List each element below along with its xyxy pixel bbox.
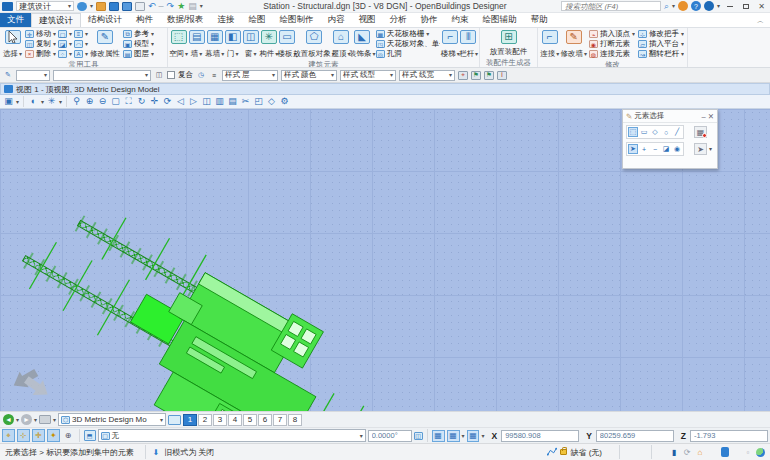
select-circle-icon[interactable]: ○ xyxy=(661,127,671,137)
text-icon[interactable]: A xyxy=(74,50,83,58)
window-cascade-icon[interactable]: ▤ xyxy=(227,96,238,107)
print-icon[interactable]: ▤ xyxy=(188,2,197,11)
window-button[interactable]: ◫窗▾ xyxy=(242,29,259,59)
y-coordinate-field[interactable] xyxy=(596,430,674,442)
select-individual-icon[interactable]: ⬚ xyxy=(628,127,638,137)
x-coordinate-field[interactable] xyxy=(501,430,579,442)
dialog-close-icon[interactable]: ✕ xyxy=(708,112,714,121)
chevron-down-icon[interactable]: ▾ xyxy=(41,99,44,105)
dialog-titlebar[interactable]: ✎ 元素选择 – ✕ xyxy=(623,110,717,123)
ribbon-tab[interactable]: 建筑设计 xyxy=(31,13,81,27)
fillet-icon[interactable]: ◠ xyxy=(74,40,83,48)
ribbon-tab[interactable]: 分析 xyxy=(382,13,413,27)
user-account-icon[interactable] xyxy=(704,1,714,11)
insert-platform-button[interactable]: ▱插入平台▾ xyxy=(638,39,684,49)
template-combo[interactable]: ▾ xyxy=(16,70,50,81)
ribbon-tab[interactable]: 绘图 xyxy=(241,13,272,27)
ribbon-tab[interactable]: 绘图制作 xyxy=(272,13,320,27)
molding-button[interactable]: ◣装饰条▾ xyxy=(351,29,374,59)
flip-railing-button[interactable]: ↝翻转栏杆▾ xyxy=(638,49,684,59)
database-status-icon[interactable] xyxy=(721,447,729,457)
undo-icon[interactable]: ↶ xyxy=(148,2,156,11)
history-icon[interactable] xyxy=(39,415,51,424)
parallel-icon[interactable]: ≡ xyxy=(74,30,83,38)
place-slab-object-button[interactable]: ⬠放置板对象▾ xyxy=(297,29,332,59)
snap-nearest-icon[interactable]: ⌖ xyxy=(2,429,15,442)
chevron-down-icon[interactable]: ▾ xyxy=(481,433,484,439)
forward-icon[interactable]: ► xyxy=(21,414,32,425)
grid-lock-icon[interactable]: ▦ xyxy=(467,430,480,442)
minimize-button[interactable] xyxy=(723,1,736,12)
acs-plane-lock-icon[interactable]: ▦ xyxy=(447,430,460,442)
active-level-combo[interactable]: 样式 层▾ xyxy=(222,70,278,81)
ribbon-collapse-icon[interactable]: ︿ xyxy=(757,16,764,26)
active-element-template-icon[interactable]: ✎ xyxy=(3,70,13,80)
save-icon[interactable] xyxy=(109,2,119,11)
redo-icon[interactable]: ↷ xyxy=(167,2,175,11)
copy-view-icon[interactable]: ◫ xyxy=(201,96,212,107)
open-file-icon[interactable] xyxy=(96,2,106,11)
recent-templates-icon[interactable]: ◷ xyxy=(196,70,206,80)
view-window-titlebar[interactable]: 视图 1 - 顶视图, 3D Metric Design Model xyxy=(0,83,770,95)
view-toggle-button[interactable]: 6 xyxy=(258,414,272,426)
clip-mask-icon[interactable]: ◰ xyxy=(253,96,264,107)
view-toggle-button[interactable]: 7 xyxy=(273,414,287,426)
active-tool-combo[interactable]: ▢无 ▾ xyxy=(98,429,366,442)
active-lineweight-combo[interactable]: 样式 线宽▾ xyxy=(399,70,455,81)
element-selection-dialog[interactable]: ✎ 元素选择 – ✕ ⬚ ▭ ◇ ○ ╱ ▦ ➤ + − xyxy=(622,109,718,169)
ribbon-tab[interactable]: 内容 xyxy=(320,13,351,27)
connect-element-button[interactable]: ◍连接元素 xyxy=(589,49,635,59)
clip-volume-icon[interactable]: ✂ xyxy=(240,96,251,107)
clear-selection-button[interactable]: ▦ xyxy=(694,126,707,138)
chevron-down-icon[interactable]: ▾ xyxy=(59,99,62,105)
array-icon[interactable]: ⁘ xyxy=(58,50,67,58)
sync-status-icon[interactable]: ⟳ xyxy=(682,447,692,457)
help-icon[interactable]: ? xyxy=(691,1,701,11)
select-block-icon[interactable]: ▭ xyxy=(639,127,649,137)
save-status-icon[interactable]: ▮ xyxy=(669,447,679,457)
view-brightness-icon[interactable]: ✳ xyxy=(46,96,57,107)
layer-button[interactable]: ▤图层▾ xyxy=(123,49,154,59)
chevron-down-icon[interactable]: ▾ xyxy=(34,417,37,423)
maximize-button[interactable] xyxy=(739,1,752,12)
chevron-down-icon[interactable]: ▾ xyxy=(462,433,465,439)
element-template-combo[interactable]: ▾ xyxy=(53,70,151,81)
mode-add-icon[interactable]: + xyxy=(639,144,649,154)
curtain-wall-button[interactable]: ▦幕墙▾ xyxy=(206,29,223,59)
view-toggle-button[interactable]: 8 xyxy=(288,414,302,426)
mode-new-icon[interactable]: ➤ xyxy=(628,144,638,154)
app-icon[interactable] xyxy=(2,2,13,11)
trim-icon[interactable]: ◪ xyxy=(58,40,67,48)
mode-subtract-icon[interactable]: − xyxy=(650,144,660,154)
angle-lock-icon[interactable]: ◫ xyxy=(414,432,423,440)
snap-origin-icon[interactable]: ✦ xyxy=(47,429,60,442)
active-color-combo[interactable]: 样式 颜色▾ xyxy=(281,70,337,81)
clipboard-icon[interactable] xyxy=(135,2,145,11)
connect-button[interactable]: ⌐连接▾ xyxy=(540,29,560,59)
status-default-text[interactable]: 缺省 (无) xyxy=(570,447,602,458)
drawing-canvas[interactable]: ✎ 元素选择 – ✕ ⬚ ▭ ◇ ○ ╱ ▦ ➤ + − xyxy=(0,109,770,411)
connect-status-icon[interactable] xyxy=(756,448,765,457)
selection-count-icon[interactable]: ▫ xyxy=(743,447,753,457)
qat-more-icon[interactable]: ▾ xyxy=(200,3,203,9)
pin-icon[interactable]: ⚲ xyxy=(71,96,82,107)
modify-handle-button[interactable]: ⊹修改把手▾ xyxy=(638,29,684,39)
snap-midpoint-icon[interactable]: ✛ xyxy=(32,429,45,442)
ceiling-grid-button[interactable]: ▦天花板格栅▾ xyxy=(376,29,440,39)
ribbon-tab[interactable]: 绘图辅助 xyxy=(475,13,523,27)
move-button[interactable]: ✛移动▾ xyxy=(25,29,56,39)
view-toggle-button[interactable]: 3 xyxy=(213,414,227,426)
locate-icon[interactable]: ⬒ xyxy=(84,430,96,441)
hole-button[interactable]: ◎孔洞 xyxy=(376,49,440,59)
door-button[interactable]: ◧门▾ xyxy=(224,29,241,59)
attribute-tool-icon-1[interactable]: ⌖ xyxy=(458,71,468,80)
view-toggle-button[interactable]: 1 xyxy=(183,414,197,426)
favorites-icon[interactable]: ★ xyxy=(177,2,185,11)
settings-icon[interactable] xyxy=(77,2,87,11)
select-tool-button[interactable]: 选择▾ xyxy=(2,29,23,59)
chevron-down-icon[interactable]: ▾ xyxy=(53,417,56,423)
ribbon-tab[interactable]: 文件 xyxy=(0,13,31,27)
undo-history-icon[interactable]: ‒ xyxy=(159,2,164,11)
space-button[interactable]: ⬚空间▾ xyxy=(170,29,187,59)
zoom-out-icon[interactable]: ⊖ xyxy=(97,96,108,107)
